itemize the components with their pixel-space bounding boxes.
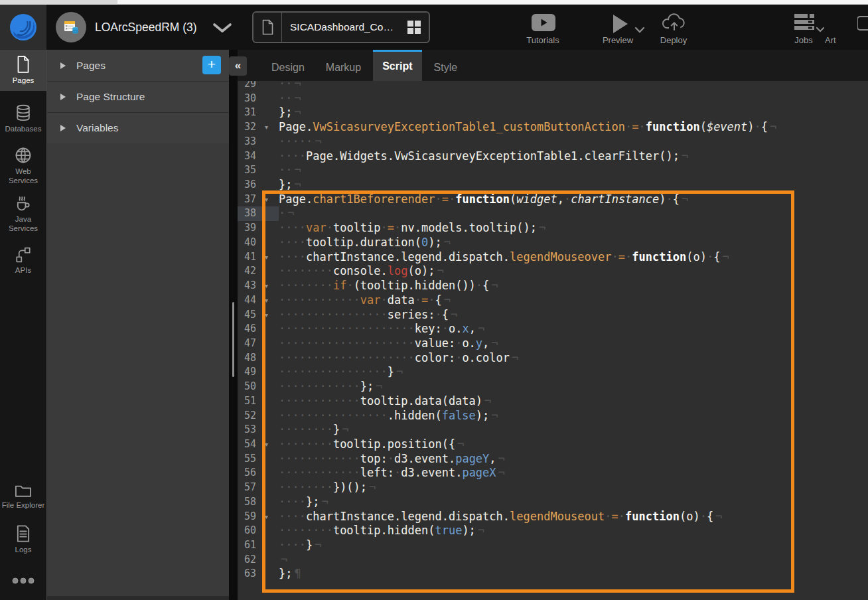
wavemaker-logo[interactable] xyxy=(0,5,46,50)
jobs-button[interactable]: Jobs xyxy=(784,5,824,50)
code-text[interactable]: ········tooltip.hidden(true);¬ xyxy=(279,524,868,538)
code-text[interactable]: ····tooltip.duration(0);¬ xyxy=(279,236,868,250)
code-line[interactable]: 57········})();¬ xyxy=(238,481,868,495)
code-text[interactable]: ················.hidden(false);¬ xyxy=(279,409,868,423)
fold-arrow-icon[interactable]: ▾ xyxy=(261,279,279,293)
fold-arrow-icon[interactable]: ▾ xyxy=(261,437,279,452)
tab-script[interactable]: Script xyxy=(373,50,421,81)
sidebar-item-pages[interactable]: Pages xyxy=(0,50,46,91)
preview-chevron-down-icon[interactable] xyxy=(634,27,645,33)
code-text[interactable]: ····················key:·o.x,¬ xyxy=(279,322,868,337)
jobs-chevron-down-icon[interactable] xyxy=(816,27,825,33)
code-line[interactable]: 31};¬ xyxy=(238,106,868,120)
code-line[interactable]: 53········}¬ xyxy=(238,423,868,437)
code-text[interactable]: ················series:·{¬ xyxy=(279,308,868,323)
sidebar-item-logs[interactable]: Logs xyxy=(0,523,46,556)
code-line[interactable]: 62¬ xyxy=(238,553,868,567)
code-line[interactable]: 43▾········if·(tooltip.hidden())·{¬ xyxy=(238,279,868,293)
code-text[interactable]: ·¬ xyxy=(279,206,868,221)
fold-arrow-icon[interactable]: ▾ xyxy=(261,250,279,265)
sidebar-item-file-explorer[interactable]: File Explorer xyxy=(0,475,46,518)
tab-markup[interactable]: Markup xyxy=(317,50,370,81)
collapsed-arrow-icon[interactable] xyxy=(60,125,66,131)
project-avatar[interactable] xyxy=(56,12,86,42)
collapsed-arrow-icon[interactable] xyxy=(60,94,66,100)
project-chevron-down-icon[interactable] xyxy=(212,23,232,33)
code-line[interactable]: 49················}¬ xyxy=(238,365,868,380)
code-line[interactable]: 42········console.log(o);¬ xyxy=(238,264,868,279)
sidebar-item-more[interactable] xyxy=(0,571,46,590)
page-grid-icon[interactable] xyxy=(407,21,421,35)
code-text[interactable]: ········tooltip.position({¬ xyxy=(279,437,868,452)
code-line[interactable]: 29··¬ xyxy=(238,81,868,92)
panel-section-variables[interactable]: Variables xyxy=(47,112,229,143)
fold-arrow-icon[interactable]: ▾ xyxy=(261,510,279,524)
code-line[interactable]: 47····················value:·o.y,¬ xyxy=(238,337,868,351)
code-text[interactable]: ····chartInstance.legend.dispatch.legend… xyxy=(279,250,868,265)
code-text[interactable]: ············top:·d3.event.pageY,¬ xyxy=(279,452,868,467)
code-line[interactable]: 44▾············var·data·=·{¬ xyxy=(238,293,868,308)
artifacts-button[interactable]: Art xyxy=(825,5,868,50)
code-line[interactable]: 45▾················series:·{¬ xyxy=(238,308,868,323)
code-text[interactable]: ····················color:·o.color¬ xyxy=(279,351,868,366)
code-text[interactable]: ········if·(tooltip.hidden())·{¬ xyxy=(279,279,868,293)
code-text[interactable]: ············left:·d3.event.pageX¬ xyxy=(279,466,868,481)
code-text[interactable]: ············var·data·=·{¬ xyxy=(279,293,868,308)
code-text[interactable]: ¬ xyxy=(279,553,868,567)
code-line[interactable]: 36};¬ xyxy=(238,178,868,192)
code-text[interactable]: };¬ xyxy=(279,106,868,120)
code-line[interactable]: 46····················key:·o.x,¬ xyxy=(238,322,868,337)
code-line[interactable]: 34····Page.Widgets.VwSicasurveyException… xyxy=(238,149,868,164)
code-line[interactable]: 50············};¬ xyxy=(238,380,868,394)
code-text[interactable]: Page.VwSicasurveyExceptionTable1_customB… xyxy=(279,120,868,135)
code-text[interactable]: ····Page.Widgets.VwSicasurveyExceptionTa… xyxy=(279,149,868,164)
code-text[interactable]: ········console.log(o);¬ xyxy=(279,264,868,279)
sidebar-item-apis[interactable]: APIs xyxy=(0,244,46,277)
panel-scrollbar[interactable] xyxy=(232,302,234,377)
fold-arrow-icon[interactable]: ▾ xyxy=(261,120,279,135)
code-text[interactable]: ············tooltip.data(data)¬ xyxy=(279,394,868,409)
code-text[interactable]: ····chartInstance.legend.dispatch.legend… xyxy=(279,510,868,524)
code-line[interactable]: 32▾Page.VwSicasurveyExceptionTable1_cust… xyxy=(238,120,868,135)
collapsed-arrow-icon[interactable] xyxy=(60,62,66,69)
preview-button[interactable]: Preview xyxy=(596,5,640,50)
code-line[interactable]: 56············left:·d3.event.pageX¬ xyxy=(238,466,868,481)
code-text[interactable]: ····················value:·o.y,¬ xyxy=(279,337,868,351)
code-text[interactable]: ··¬ xyxy=(279,163,868,178)
sidebar-item-java-services[interactable]: Java Services xyxy=(0,193,46,236)
code-line[interactable]: 48····················color:·o.color¬ xyxy=(238,351,868,366)
code-line[interactable]: 37▾Page.chart1Beforerender·=·function(wi… xyxy=(238,192,868,207)
code-text[interactable]: ····var·tooltip·=·nv.models.tooltip();¬ xyxy=(279,221,868,236)
code-text[interactable]: ········})();¬ xyxy=(279,481,868,495)
collapse-panel-button[interactable]: « xyxy=(229,56,247,76)
code-line[interactable]: 55············top:·d3.event.pageY,¬ xyxy=(238,452,868,467)
code-text[interactable]: ········}¬ xyxy=(279,423,868,437)
code-line[interactable]: 58····};¬ xyxy=(238,495,868,510)
code-line[interactable]: 63};¶ xyxy=(238,567,868,581)
code-line[interactable]: 59▾····chartInstance.legend.dispatch.leg… xyxy=(238,510,868,524)
page-doc-segment[interactable] xyxy=(253,13,282,42)
fold-arrow-icon[interactable]: ▾ xyxy=(261,192,279,207)
code-line[interactable]: 41▾····chartInstance.legend.dispatch.leg… xyxy=(238,250,868,265)
code-line[interactable]: 30··¬ xyxy=(238,92,868,106)
code-line[interactable]: 60········tooltip.hidden(true);¬ xyxy=(238,524,868,538)
tutorials-button[interactable]: Tutorials xyxy=(521,5,565,50)
fold-arrow-icon[interactable]: ▾ xyxy=(261,308,279,323)
page-selector[interactable]: SICADashboard_Co… xyxy=(252,11,430,43)
fold-arrow-icon[interactable]: ▾ xyxy=(261,293,279,308)
panel-section-pages[interactable]: Pages+ xyxy=(47,50,229,81)
add-page-button[interactable]: + xyxy=(202,56,221,74)
deploy-button[interactable]: Deploy xyxy=(652,5,695,50)
code-text[interactable]: ··¬ xyxy=(279,81,868,92)
code-text[interactable]: ····};¬ xyxy=(279,495,868,510)
code-line[interactable]: 40····tooltip.duration(0);¬ xyxy=(238,236,868,250)
code-text[interactable]: ··¬ xyxy=(279,92,868,106)
code-line[interactable]: 39····var·tooltip·=·nv.models.tooltip();… xyxy=(238,221,868,236)
panel-section-page-structure[interactable]: Page Structure xyxy=(47,81,229,112)
code-text[interactable]: ············};¬ xyxy=(279,380,868,394)
code-line[interactable]: 61i····}¬ xyxy=(238,538,868,553)
project-name[interactable]: LOArcSpeedRM (3) xyxy=(95,5,197,50)
tab-style[interactable]: Style xyxy=(425,50,467,81)
code-text[interactable]: ····}¬ xyxy=(279,538,868,553)
code-line[interactable]: 51············tooltip.data(data)¬ xyxy=(238,394,868,409)
